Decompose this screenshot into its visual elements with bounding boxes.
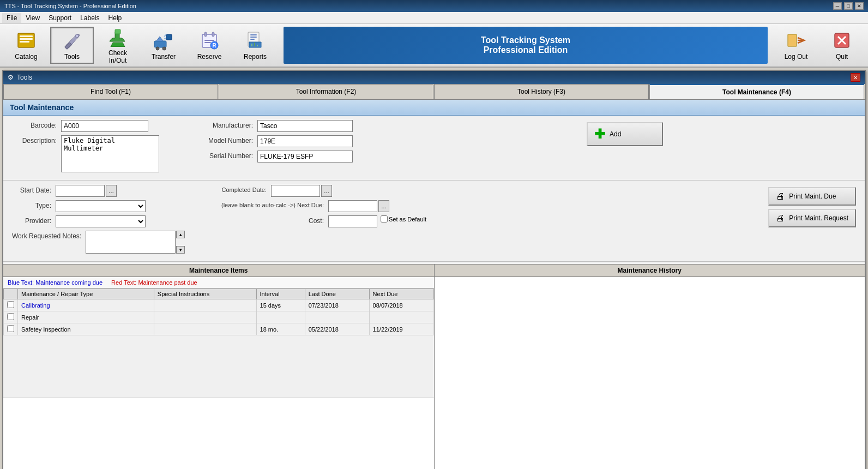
printer-request-icon: 🖨: [776, 213, 785, 223]
menu-support[interactable]: Support: [44, 13, 76, 23]
table-row: Repair: [4, 311, 434, 323]
completed-date-input[interactable]: [271, 185, 320, 197]
model-input[interactable]: [257, 135, 353, 147]
row1-instructions: [154, 299, 256, 311]
notes-scroll-down[interactable]: ▼: [176, 246, 185, 254]
legend-blue-label: Blue Text: Maintenance coming due: [8, 279, 103, 286]
col-type: Maintenance / Repair Type: [18, 289, 154, 299]
completed-date-label: Completed Date:: [208, 185, 271, 193]
menu-view[interactable]: View: [21, 13, 44, 23]
row1-checkbox-cell: [4, 299, 18, 311]
type-select[interactable]: [56, 200, 146, 212]
notes-row: Work Requested Notes: ▲ ▼: [12, 231, 197, 254]
cost-input[interactable]: [328, 215, 377, 227]
title-bar: TTS - Tool Tracking System - Professiona…: [0, 0, 868, 12]
row3-next-due: 11/22/2019: [369, 323, 433, 335]
row3-instructions: [154, 323, 256, 335]
menu-help[interactable]: Help: [104, 13, 126, 23]
quit-button[interactable]: Quit: [820, 27, 864, 64]
start-date-label: Start Date:: [12, 185, 56, 194]
checkinout-button[interactable]: Check In/Out: [96, 27, 140, 64]
description-input[interactable]: Fluke Digital Multimeter: [61, 135, 159, 172]
print-maint-due-label: Print Maint. Due: [789, 193, 836, 200]
type-label: Type:: [12, 200, 56, 209]
transfer-label: Transfer: [152, 53, 176, 61]
model-row: Model Number:: [208, 135, 376, 147]
app-title-line1: Tool Tracking System: [481, 35, 570, 45]
start-date-input[interactable]: [56, 185, 105, 197]
tools-icon: [61, 30, 83, 51]
tab-find-tool[interactable]: Find Tool (F1): [3, 84, 218, 99]
svg-rect-2: [20, 38, 33, 40]
svg-point-8: [156, 47, 159, 50]
svg-rect-12: [204, 32, 207, 37]
tools-label: Tools: [64, 53, 80, 61]
next-due-picker-btn[interactable]: …: [378, 200, 389, 212]
row2-next-due: [369, 311, 433, 323]
maintenance-table-scroll[interactable]: Maintenance / Repair Type Special Instru…: [3, 288, 434, 398]
toolbar: Catalog Tools Check In/Out: [0, 24, 868, 68]
next-due-label: (leave blank to auto-calc ->) Next Due:: [208, 200, 328, 208]
row2-checkbox-cell: [4, 311, 18, 323]
row2-checkbox[interactable]: [7, 313, 14, 320]
completed-date-picker-btn[interactable]: …: [321, 185, 332, 197]
minimize-button[interactable]: ─: [833, 2, 842, 10]
checkinout-label: Check In/Out: [99, 49, 136, 64]
provider-select[interactable]: [56, 215, 146, 227]
svg-rect-20: [250, 37, 257, 38]
notes-scroll-up[interactable]: ▲: [176, 231, 185, 238]
svg-text:R: R: [212, 43, 216, 49]
print-maint-request-button[interactable]: 🖨 Print Maint. Request: [768, 209, 856, 227]
svg-rect-1: [20, 35, 33, 37]
set-as-default-checkbox[interactable]: [381, 215, 388, 223]
svg-rect-15: [204, 42, 211, 43]
table-row: Calibrating 15 days 07/23/2018 08/07/201…: [4, 299, 434, 311]
logout-label: Log Out: [785, 53, 808, 61]
add-button[interactable]: ✚ Add: [587, 122, 663, 146]
history-content: [435, 277, 865, 469]
col-checkbox: [4, 289, 18, 299]
transfer-button[interactable]: Transfer: [142, 27, 185, 64]
reports-button[interactable]: Reports: [233, 27, 277, 64]
tab-tool-maintenance[interactable]: Tool Maintenance (F4): [649, 84, 864, 99]
row1-checkbox[interactable]: [7, 301, 14, 308]
row2-interval: [256, 311, 305, 323]
maintenance-items-header: Maintenance Items: [3, 264, 434, 277]
tools-window-label: Tools: [17, 74, 851, 81]
maximize-button[interactable]: □: [844, 2, 853, 10]
catalog-button[interactable]: Catalog: [4, 27, 48, 64]
close-button[interactable]: ✕: [855, 2, 864, 10]
start-date-picker-btn[interactable]: …: [106, 185, 117, 197]
menu-labels[interactable]: Labels: [76, 13, 104, 23]
tools-window-close-button[interactable]: ✕: [851, 73, 860, 82]
row3-last-done: 05/22/2018: [305, 323, 369, 335]
tab-tool-info[interactable]: Tool Information (F2): [219, 84, 433, 99]
tools-button[interactable]: Tools: [50, 27, 94, 64]
provider-label: Provider:: [12, 215, 56, 225]
reserve-button[interactable]: R Reserve: [188, 27, 231, 64]
svg-rect-10: [166, 34, 172, 40]
row3-checkbox[interactable]: [7, 325, 14, 332]
serial-input[interactable]: [257, 151, 353, 163]
tab-tool-history[interactable]: Tool History (F3): [434, 84, 649, 99]
print-maint-due-button[interactable]: 🖨 Print Maint. Due: [768, 187, 856, 206]
notes-input[interactable]: [86, 231, 176, 254]
next-due-group: …: [328, 200, 389, 212]
manufacturer-row: Manufacturer:: [208, 120, 376, 132]
barcode-input[interactable]: [61, 120, 148, 132]
row3-checkbox-cell: [4, 323, 18, 335]
manufacturer-input[interactable]: [257, 120, 353, 132]
tools-window-icon: ⚙: [8, 74, 14, 81]
svg-rect-14: [204, 40, 214, 41]
svg-rect-19: [250, 34, 257, 35]
svg-rect-21: [250, 39, 255, 40]
logout-button[interactable]: Log Out: [774, 27, 818, 64]
model-label: Model Number:: [208, 135, 257, 145]
maintenance-empty-area: [3, 398, 434, 469]
main-content: ⚙ Tools ✕ Find Tool (F1) Tool Informatio…: [0, 68, 868, 469]
cost-row: Cost: Set as Default: [208, 215, 757, 227]
set-as-default-label: Set as Default: [389, 216, 426, 223]
menu-file[interactable]: File: [2, 13, 21, 23]
description-row: Description: Fluke Digital Multimeter: [12, 135, 191, 172]
next-due-input[interactable]: [328, 200, 377, 212]
